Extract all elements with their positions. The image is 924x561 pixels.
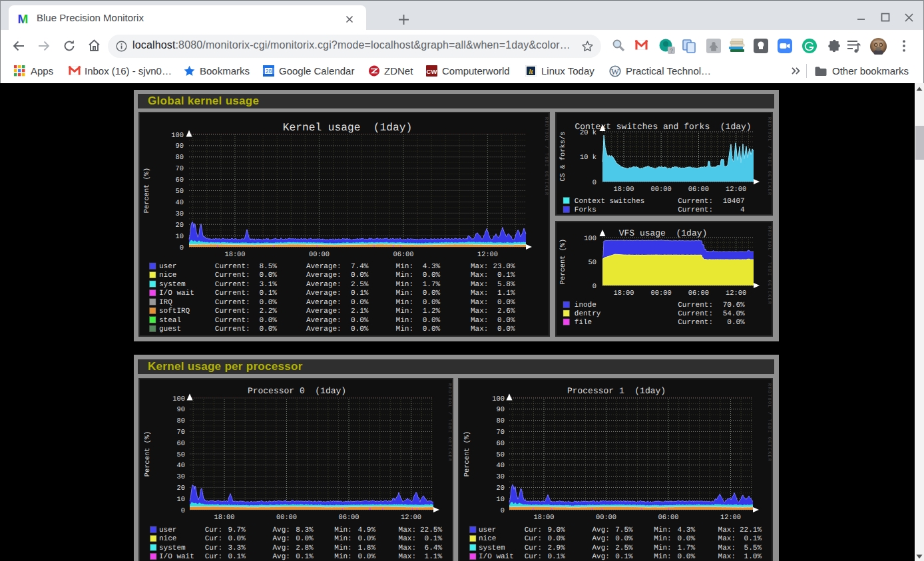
svg-text:system: system — [159, 544, 186, 552]
svg-text:Forks: Forks — [575, 206, 596, 214]
svg-text:RRDTOOL / TOBI OETIKER: RRDTOOL / TOBI OETIKER — [543, 117, 549, 196]
svg-text:0.0%: 0.0% — [351, 272, 369, 280]
svg-text:Percent (%): Percent (%) — [463, 431, 471, 477]
svg-text:Current:: Current: — [215, 289, 250, 297]
svg-text:0: 0 — [501, 507, 505, 515]
svg-text:Average:: Average: — [306, 263, 342, 271]
svg-text:0.1%: 0.1% — [259, 289, 277, 297]
svg-text:06:00: 06:00 — [658, 514, 678, 522]
svg-text:I/O wait: I/O wait — [479, 553, 514, 561]
svg-text:1.1%: 1.1% — [425, 553, 443, 561]
svg-text:Min:: Min: — [396, 317, 413, 325]
svg-text:I/O wait: I/O wait — [159, 289, 194, 297]
svg-text:12:00: 12:00 — [477, 251, 498, 259]
svg-text:2.6%: 2.6% — [497, 307, 515, 315]
svg-text:10: 10 — [177, 496, 185, 504]
svg-text:Context switches and forks (1: Context switches and forks (1day) — [575, 122, 751, 132]
svg-text:Kernel usage (1day): Kernel usage (1day) — [283, 122, 412, 134]
svg-text:Percent (%): Percent (%) — [559, 239, 567, 285]
svg-text:Current:: Current: — [215, 299, 250, 307]
svg-text:0.0%: 0.0% — [615, 535, 633, 543]
svg-text:Min:: Min: — [396, 281, 413, 289]
svg-text:0.1%: 0.1% — [547, 553, 565, 561]
svg-text:0: 0 — [180, 244, 184, 252]
svg-text:10407: 10407 — [723, 198, 745, 206]
svg-text:100: 100 — [492, 395, 505, 403]
svg-text:Min:: Min: — [334, 553, 351, 561]
svg-text:Min:: Min: — [396, 263, 413, 271]
svg-text:system: system — [479, 544, 505, 552]
svg-text:inode: inode — [575, 301, 596, 309]
svg-text:Avg:: Avg: — [273, 535, 290, 543]
svg-text:00:00: 00:00 — [651, 186, 672, 194]
svg-text:90: 90 — [177, 406, 185, 414]
svg-text:Current:: Current: — [215, 307, 250, 315]
svg-text:0.0%: 0.0% — [497, 299, 515, 307]
svg-text:Max:: Max: — [718, 535, 736, 543]
svg-text:0.0%: 0.0% — [423, 317, 441, 325]
svg-text:Avg:: Avg: — [592, 535, 610, 543]
svg-text:guest: guest — [159, 325, 181, 333]
svg-text:Cur:: Cur: — [525, 535, 542, 543]
svg-text:VFS usage (1day): VFS usage (1day) — [619, 228, 708, 238]
svg-text:3.3%: 3.3% — [228, 544, 246, 552]
svg-text:Cur:: Cur: — [525, 526, 542, 534]
svg-text:Current:: Current: — [215, 281, 250, 289]
svg-text:1.1%: 1.1% — [497, 289, 515, 297]
svg-text:70: 70 — [176, 165, 184, 173]
svg-text:file: file — [575, 319, 592, 327]
svg-text:Max:: Max: — [471, 325, 488, 333]
svg-text:Avg:: Avg: — [592, 553, 610, 561]
svg-text:Max:: Max: — [471, 281, 488, 289]
svg-text:user: user — [479, 526, 496, 534]
svg-text:0.0%: 0.0% — [259, 325, 277, 333]
svg-text:80: 80 — [497, 417, 505, 425]
svg-text:Current:: Current: — [678, 198, 713, 206]
svg-text:0.0%: 0.0% — [351, 317, 369, 325]
svg-text:2.8%: 2.8% — [296, 544, 314, 552]
svg-text:Average:: Average: — [306, 281, 342, 289]
svg-text:8.3%: 8.3% — [296, 526, 314, 534]
svg-text:0.0%: 0.0% — [358, 553, 376, 561]
svg-text:20: 20 — [177, 484, 185, 492]
svg-text:I/O wait: I/O wait — [159, 553, 194, 561]
svg-text:0.0%: 0.0% — [351, 325, 369, 333]
svg-text:00:00: 00:00 — [596, 514, 616, 522]
svg-text:Current:: Current: — [678, 319, 713, 327]
svg-text:5.5%: 5.5% — [744, 544, 762, 552]
svg-text:1.0%: 1.0% — [744, 553, 762, 561]
svg-text:12:00: 12:00 — [720, 514, 741, 522]
svg-text:40: 40 — [497, 462, 505, 470]
svg-text:40: 40 — [176, 199, 184, 207]
svg-text:Max:: Max: — [718, 526, 736, 534]
svg-text:Min:: Min: — [654, 535, 671, 543]
svg-text:0.0%: 0.0% — [678, 553, 696, 561]
svg-text:Avg:: Avg: — [592, 544, 610, 552]
svg-text:22.5%: 22.5% — [420, 526, 442, 534]
svg-text:Cur:: Cur: — [205, 535, 222, 543]
svg-text:8.5%: 8.5% — [259, 263, 277, 271]
svg-text:0: 0 — [592, 283, 596, 291]
svg-text:3.1%: 3.1% — [259, 281, 277, 289]
svg-text:Min:: Min: — [396, 289, 413, 297]
svg-text:0.1%: 0.1% — [296, 553, 314, 561]
svg-text:9.0%: 9.0% — [547, 526, 565, 534]
svg-text:1.7%: 1.7% — [423, 281, 441, 289]
svg-text:0.0%: 0.0% — [259, 299, 277, 307]
svg-text:1.8%: 1.8% — [358, 544, 376, 552]
svg-text:user: user — [159, 263, 176, 271]
svg-text:18:00: 18:00 — [613, 289, 634, 297]
svg-text:Max:: Max: — [471, 272, 488, 280]
svg-text:Min:: Min: — [334, 526, 351, 534]
svg-text:Max:: Max: — [399, 526, 416, 534]
svg-text:Max:: Max: — [718, 553, 736, 561]
svg-text:20: 20 — [497, 484, 505, 492]
svg-text:0.1%: 0.1% — [425, 535, 443, 543]
svg-text:0.0%: 0.0% — [727, 319, 745, 327]
svg-text:18:00: 18:00 — [214, 514, 234, 522]
svg-text:0.0%: 0.0% — [423, 299, 441, 307]
svg-text:0: 0 — [181, 507, 185, 515]
svg-text:10 k: 10 k — [580, 154, 596, 162]
svg-text:Max:: Max: — [718, 544, 736, 552]
svg-text:Current:: Current: — [678, 206, 713, 214]
